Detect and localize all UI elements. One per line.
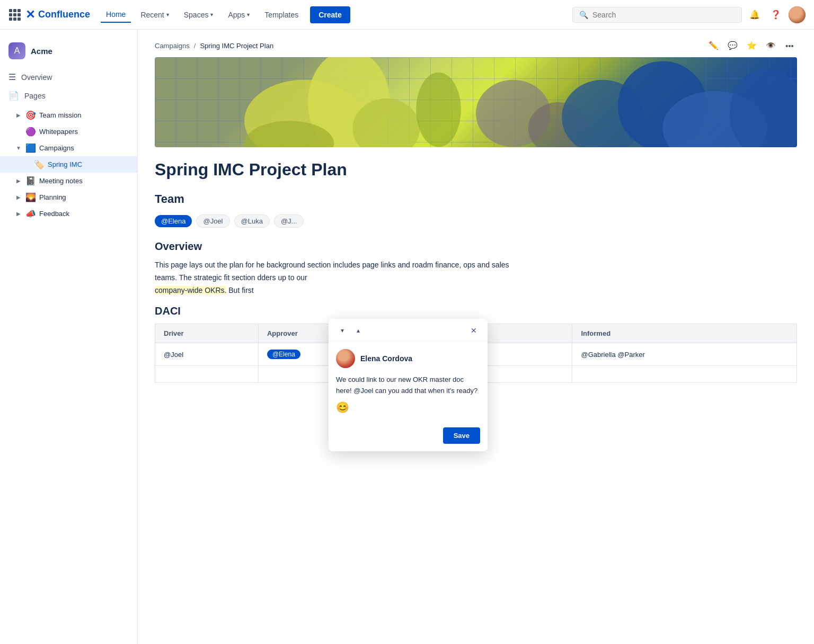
popup-avatar — [336, 349, 355, 368]
search-box[interactable]: 🔍 — [572, 7, 742, 23]
spaces-chevron-icon: ▾ — [210, 12, 213, 17]
sidebar-item-planning[interactable]: ▶ 🌄 Planning — [0, 189, 137, 205]
sidebar-item-whitepapers[interactable]: 🟣 Whitepapers — [0, 123, 137, 140]
cell-driver: @Joel — [155, 343, 259, 366]
col-driver: Driver — [155, 324, 259, 343]
team-mission-emoji: 🎯 — [25, 110, 36, 120]
breadcrumb-actions: ✏️ 💬 ⭐ 👁️ ••• — [706, 38, 797, 53]
popup-username: Elena Cordova — [360, 354, 412, 363]
nav-apps[interactable]: Apps ▾ — [223, 7, 255, 22]
apps-grid-icon[interactable] — [8, 8, 21, 21]
sidebar-item-campaigns[interactable]: ▼ 🟦 Campaigns — [0, 140, 137, 156]
watch-icon[interactable]: 👁️ — [763, 38, 778, 53]
topnav-actions: 🔔 ❓ — [746, 6, 806, 23]
breadcrumb-current-page: Spring IMC Project Plan — [200, 42, 273, 50]
nav-recent[interactable]: Recent ▾ — [135, 7, 174, 22]
campaigns-chevron: ▼ — [15, 145, 22, 151]
comment-icon[interactable]: 💬 — [725, 38, 740, 53]
search-icon: 🔍 — [579, 11, 588, 19]
campaigns-emoji: 🟦 — [25, 143, 36, 153]
svg-point-10 — [730, 69, 797, 147]
sidebar-item-overview[interactable]: ☰ Overview — [0, 68, 137, 86]
feedback-emoji: 📣 — [25, 209, 36, 219]
empty-cell — [572, 366, 797, 383]
sidebar-item-meeting-notes[interactable]: ▶ 📓 Meeting notes — [0, 173, 137, 189]
logo-icon: ✕ — [25, 8, 35, 22]
tag-joel[interactable]: @Joel — [196, 214, 229, 228]
top-navigation: ✕ Confluence Home Recent ▾ Spaces ▾ Apps… — [0, 0, 814, 30]
popup-prev-icon[interactable]: ▾ — [336, 324, 349, 337]
overview-heading: Overview — [155, 240, 797, 253]
user-avatar[interactable] — [789, 6, 806, 23]
svg-point-4 — [416, 73, 461, 147]
team-heading: Team — [155, 192, 797, 206]
team-tags: @Elena @Joel @Luka @J... — [155, 214, 797, 228]
hero-image — [155, 57, 797, 147]
nav-templates[interactable]: Templates — [259, 7, 304, 22]
popup-emoji: 😊 — [336, 401, 480, 414]
team-mission-chevron: ▶ — [15, 112, 22, 118]
sidebar: A Acme ☰ Overview 📄 Pages ▶ 🎯 Team missi… — [0, 30, 138, 644]
popup-body: Elena Cordova We could link to our new O… — [329, 342, 488, 427]
recent-chevron-icon: ▾ — [166, 12, 169, 17]
planning-emoji: 🌄 — [25, 192, 36, 202]
nav-spaces[interactable]: Spaces ▾ — [179, 7, 219, 22]
comment-popup: ▾ ▴ ✕ Elena Cordova We could link to our… — [329, 319, 488, 451]
popup-close-icon[interactable]: ✕ — [467, 324, 480, 337]
tag-j[interactable]: @J... — [274, 214, 304, 228]
approver-tag: @Elena — [267, 350, 300, 359]
edit-icon[interactable]: ✏️ — [706, 38, 721, 53]
sidebar-item-spring-imc[interactable]: 🏷️ Spring IMC — [0, 156, 137, 173]
main-layout: A Acme ☰ Overview 📄 Pages ▶ 🎯 Team missi… — [0, 30, 814, 644]
page-content: Spring IMC Project Plan Team @Elena @Joe… — [138, 160, 814, 400]
popup-footer: Save — [329, 427, 488, 451]
cell-informed: @Gabriella @Parker — [572, 343, 797, 366]
create-button[interactable]: Create — [310, 6, 350, 23]
sidebar-item-team-mission[interactable]: ▶ 🎯 Team mission — [0, 107, 137, 123]
apps-chevron-icon: ▾ — [247, 12, 250, 17]
page-title: Spring IMC Project Plan — [155, 160, 797, 180]
overview-icon: ☰ — [8, 72, 16, 82]
sidebar-item-pages[interactable]: 📄 Pages — [0, 86, 137, 105]
logo-label: Confluence — [38, 9, 90, 20]
feedback-chevron: ▶ — [15, 211, 22, 217]
notifications-icon[interactable]: 🔔 — [746, 6, 763, 23]
planning-chevron: ▶ — [15, 194, 22, 200]
popup-user: Elena Cordova — [336, 349, 480, 368]
breadcrumb-campaigns[interactable]: Campaigns — [155, 42, 190, 50]
body-paragraph: This page lays out the plan for he backg… — [155, 259, 797, 297]
workspace-icon: A — [8, 42, 25, 59]
search-input[interactable] — [592, 11, 735, 19]
whitepapers-emoji: 🟣 — [25, 127, 36, 137]
popup-comment-text: We could link to our new OKR master doc … — [336, 374, 480, 397]
save-button[interactable]: Save — [443, 427, 480, 444]
popup-navigation: ▾ ▴ ✕ — [329, 319, 488, 342]
breadcrumb: Campaigns / Spring IMC Project Plan ✏️ 💬… — [138, 30, 814, 57]
star-icon[interactable]: ⭐ — [744, 38, 759, 53]
help-icon[interactable]: ❓ — [767, 6, 784, 23]
sidebar-item-feedback[interactable]: ▶ 📣 Feedback — [0, 205, 137, 222]
workspace-header[interactable]: A Acme — [0, 38, 137, 68]
meeting-notes-emoji: 📓 — [25, 176, 36, 186]
col-informed: Informed — [572, 324, 797, 343]
popup-next-icon[interactable]: ▴ — [352, 324, 365, 337]
logo[interactable]: ✕ Confluence — [25, 8, 90, 22]
empty-cell — [155, 366, 259, 383]
sidebar-pages: ▶ 🎯 Team mission 🟣 Whitepapers ▼ 🟦 Campa… — [0, 105, 137, 224]
breadcrumb-separator: / — [194, 42, 196, 50]
pages-icon: 📄 — [8, 91, 19, 101]
daci-heading: DACI — [155, 305, 797, 317]
spring-imc-emoji: 🏷️ — [34, 159, 45, 169]
tag-luka[interactable]: @Luka — [234, 214, 270, 228]
highlighted-okrs-text: company-wide OKRs. — [155, 286, 226, 294]
popup-arrows: ▾ ▴ — [336, 324, 365, 337]
nav-home[interactable]: Home — [101, 7, 131, 23]
tag-elena[interactable]: @Elena — [155, 215, 192, 227]
more-icon[interactable]: ••• — [782, 38, 797, 53]
main-content: Campaigns / Spring IMC Project Plan ✏️ 💬… — [138, 30, 814, 644]
meeting-notes-chevron: ▶ — [15, 178, 22, 184]
workspace-name: Acme — [31, 47, 52, 56]
